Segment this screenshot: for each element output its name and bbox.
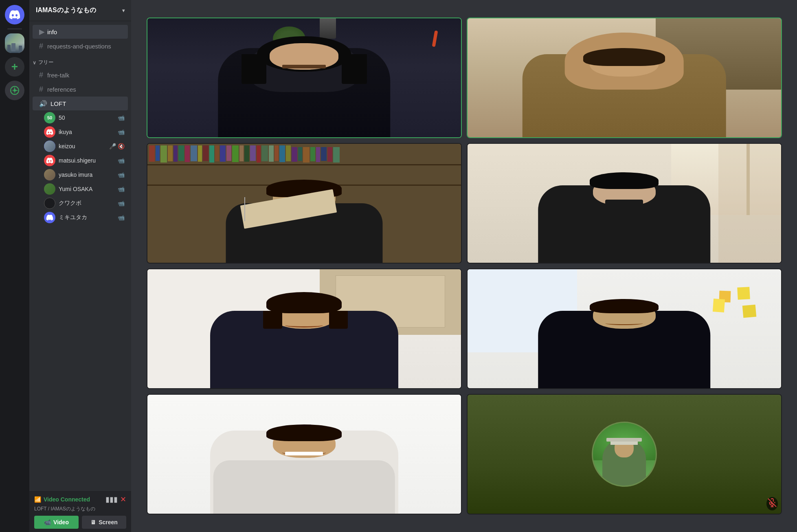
video-icon: 📹 <box>118 200 125 207</box>
video-button[interactable]: 📹 Video <box>34 516 79 529</box>
channel-name: references <box>47 86 76 93</box>
video-cell-6[interactable] <box>467 268 782 389</box>
connection-status: 📶 Video Connected ▮▮▮ ✕ <box>34 495 126 504</box>
voice-member-50[interactable]: 50 50 📹 <box>33 111 128 125</box>
server-name-header[interactable]: IAMASのようなもの ▾ <box>29 0 131 21</box>
screen-share-button[interactable]: 🖥 Screen <box>82 516 126 529</box>
member-avatar-ikuya <box>44 126 55 138</box>
member-icons: 🎤 🔇 <box>109 143 125 149</box>
screen-share-icon: 🖥 <box>90 519 96 525</box>
member-icons: 📹 <box>118 200 125 207</box>
member-name-ikuya: ikuya <box>59 129 114 135</box>
voice-member-mikiyutaka[interactable]: ミキユタカ 📹 <box>33 211 128 224</box>
video-feed-6 <box>468 269 781 388</box>
status-bar: 📶 Video Connected ▮▮▮ ✕ LOFT / IAMASのような… <box>29 491 131 532</box>
signal-bars-button[interactable]: ▮▮▮ <box>105 495 118 504</box>
channel-name: free-talk <box>47 72 69 79</box>
video-grid <box>147 18 782 514</box>
video-icon: 📹 <box>118 114 125 121</box>
hash-icon: # <box>39 85 45 94</box>
video-feed-1 <box>147 18 461 137</box>
muted-mic-icon: 🎤 <box>109 143 116 149</box>
connected-label: Video Connected <box>44 496 90 503</box>
video-feed-2 <box>468 18 781 137</box>
voice-location-text: LOFT / IAMASのようなもの <box>34 506 126 512</box>
server-rail: + <box>0 0 29 532</box>
call-controls: ▮▮▮ ✕ <box>105 495 126 504</box>
media-action-buttons: 📹 Video 🖥 Screen <box>34 516 126 529</box>
explore-servers-button[interactable] <box>5 81 24 100</box>
video-feed-5 <box>147 269 461 388</box>
video-icon: 📹 <box>118 157 125 164</box>
video-cell-4[interactable] <box>467 143 782 264</box>
signal-icon: 📶 <box>34 496 41 503</box>
discord-home-button[interactable] <box>5 5 24 24</box>
video-icon: 📹 <box>118 129 125 135</box>
member-name-mikiyutaka: ミキユタカ <box>59 214 114 221</box>
voice-member-matsui[interactable]: matsui.shigeru 📹 <box>33 154 128 167</box>
speaker-icon: 🔊 <box>39 100 47 108</box>
channel-item-references[interactable]: # references <box>33 82 128 96</box>
server-name-text: IAMASのようなもの <box>36 6 96 15</box>
member-avatar-kuwakubo <box>44 198 55 209</box>
channel-list: ▶ info # requests-and-questions ∨ フリー # … <box>29 21 131 491</box>
video-icon: 📹 <box>118 186 125 192</box>
video-cell-2[interactable] <box>467 18 782 138</box>
member-icons: 📹 <box>118 214 125 221</box>
member-name-matsui: matsui.shigeru <box>59 157 114 164</box>
disconnect-button[interactable]: ✕ <box>120 495 126 504</box>
member-name-50: 50 <box>59 114 114 121</box>
member-icons: 📹 <box>118 171 125 178</box>
screen-button-label: Screen <box>99 519 118 525</box>
category-free[interactable]: ∨ フリー <box>29 53 131 68</box>
member-avatar-matsui <box>44 155 55 166</box>
member-avatar-mikiyutaka <box>44 212 55 223</box>
video-icon: 📹 <box>118 214 125 221</box>
video-feed-4 <box>468 144 781 263</box>
voice-channel-name: LOFT <box>50 100 66 107</box>
video-cell-8[interactable] <box>467 394 782 514</box>
svg-marker-2 <box>14 86 15 90</box>
voice-member-yasuko[interactable]: yasuko imura 📹 <box>33 168 128 182</box>
voice-member-yumi[interactable]: Yumi OSAKA 📹 <box>33 182 128 196</box>
server-divider <box>7 29 22 29</box>
video-cell-3[interactable] <box>147 143 462 264</box>
deafened-icon: 🔇 <box>118 143 125 149</box>
hash-icon: # <box>39 42 45 51</box>
member-icons: 📹 <box>118 114 125 121</box>
member-avatar-yumi <box>44 183 55 195</box>
video-feed-3 <box>147 144 461 263</box>
server-icon-iamas[interactable] <box>5 33 24 53</box>
member-icons: 📹 <box>118 186 125 192</box>
video-cell-1[interactable] <box>147 18 462 138</box>
channel-name: info <box>47 29 57 35</box>
channel-item-free-talk[interactable]: # free-talk <box>33 68 128 82</box>
category-arrow: ∨ <box>33 60 37 66</box>
video-cell-7[interactable] <box>147 394 462 514</box>
add-server-button[interactable]: + <box>5 57 24 77</box>
svg-marker-4 <box>14 90 15 95</box>
video-feed-8 <box>468 395 781 514</box>
server-menu-chevron: ▾ <box>122 8 125 13</box>
muted-mic-overlay <box>766 497 778 510</box>
voice-member-ikuya[interactable]: ikuya 📹 <box>33 125 128 139</box>
svg-marker-5 <box>11 90 15 91</box>
sidebar: IAMASのようなもの ▾ ▶ info # requests-and-ques… <box>29 0 131 532</box>
member-avatar-yasuko <box>44 169 55 180</box>
channel-item-info[interactable]: ▶ info <box>33 25 128 39</box>
voice-member-kuwakubo[interactable]: クワクボ 📹 <box>33 196 128 210</box>
member-name-keizou: keizou <box>59 143 106 149</box>
video-cell-5[interactable] <box>147 268 462 389</box>
video-icon: 📹 <box>118 171 125 178</box>
voice-channel-loft[interactable]: 🔊 LOFT <box>33 97 128 110</box>
member-name-kuwakubo: クワクボ <box>59 200 114 207</box>
member-icons: 📹 <box>118 129 125 135</box>
video-feed-7 <box>147 395 461 514</box>
member-name-yumi: Yumi OSAKA <box>59 186 114 192</box>
voice-member-keizou[interactable]: keizou 🎤 🔇 <box>33 139 128 153</box>
member-name-yasuko: yasuko imura <box>59 171 114 178</box>
video-camera-icon: 📹 <box>44 519 51 525</box>
channel-item-requests[interactable]: # requests-and-questions <box>33 39 128 53</box>
main-video-area <box>131 0 797 532</box>
member-avatar-keizou <box>44 141 55 152</box>
